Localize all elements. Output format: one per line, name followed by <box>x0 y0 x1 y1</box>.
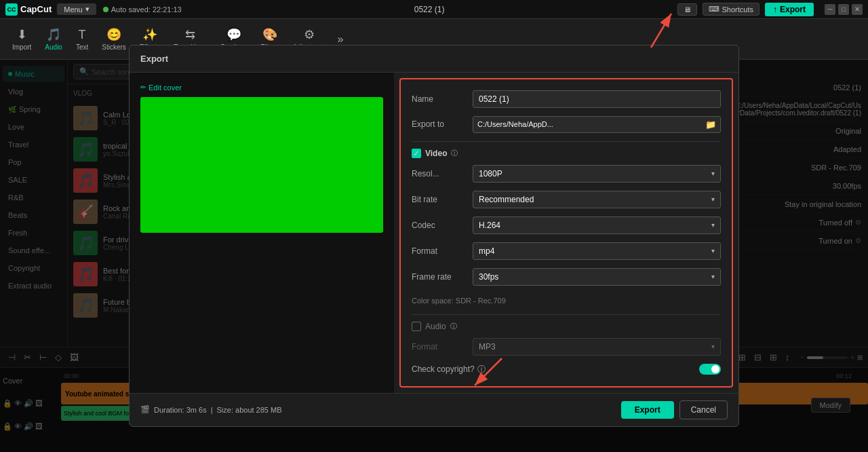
form-row-framerate: Frame rate 30fps ▾ <box>412 268 721 286</box>
window-controls: ─ □ ✕ <box>825 4 863 15</box>
text-icon: T <box>79 28 86 42</box>
film-icon: 🎬 <box>140 405 150 414</box>
app-logo: CC CapCut <box>5 3 52 16</box>
export-button-top[interactable]: ↑ Export <box>765 3 814 16</box>
maximize-button[interactable]: □ <box>838 4 849 15</box>
footer-buttons: Export Cancel <box>621 400 728 419</box>
top-bar: CC CapCut Menu ▾ Auto saved: 22:21:13 05… <box>0 0 868 19</box>
duration-info: 🎬 Duration: 3m 6s | Size: about 285 MB <box>140 405 282 414</box>
monitor-button[interactable]: 🖥 <box>677 3 697 16</box>
autosave-dot <box>103 7 108 12</box>
logo-icon: CC <box>5 3 18 16</box>
audio-info-icon: ⓘ <box>450 322 457 331</box>
filters-icon: 🎨 <box>262 27 277 42</box>
export-icon: ↑ <box>773 5 777 14</box>
codec-dropdown-arrow: ▾ <box>711 221 715 229</box>
resolution-dropdown[interactable]: 1080P ▾ <box>473 165 721 183</box>
folder-icon[interactable]: 📁 <box>701 117 720 132</box>
transitions-icon: ⇆ <box>185 27 195 42</box>
audio-checkbox[interactable] <box>412 322 421 331</box>
export-form: Name Export to 📁 ✓ <box>399 78 733 388</box>
form-divider-2 <box>412 314 721 315</box>
form-row-audio-format: Format MP3 ▾ <box>412 338 721 356</box>
import-icon: ⬇ <box>17 27 27 42</box>
audio-icon: 🎵 <box>46 27 61 42</box>
form-row-format: Format mp4 ▾ <box>412 242 721 260</box>
modal-overlay: Export ✏ Edit cover Name <box>0 60 868 452</box>
video-info-icon: ⓘ <box>451 149 458 158</box>
bitrate-dropdown[interactable]: Recommended ▾ <box>473 191 721 208</box>
format-dropdown[interactable]: mp4 ▾ <box>473 242 721 260</box>
autosave-indicator: Auto saved: 22:21:13 <box>103 5 182 14</box>
copyright-info-icon: ⓘ <box>477 364 486 375</box>
color-space-info: Color space: SDR - Rec.709 <box>412 294 721 307</box>
bitrate-dropdown-arrow: ▾ <box>711 195 715 203</box>
main-area: Music Vlog 🌿 Spring Love Travel Pop SALE… <box>0 60 868 452</box>
form-row-export-path: Export to 📁 <box>412 116 721 133</box>
form-row-name: Name <box>412 90 721 108</box>
codec-dropdown[interactable]: H.264 ▾ <box>473 216 721 234</box>
video-preview <box>140 97 383 233</box>
effects-icon: ✨ <box>142 27 157 42</box>
form-row-bitrate: Bit rate Recommended ▾ <box>412 191 721 208</box>
keyboard-icon: ⌨ <box>709 5 719 14</box>
framerate-dropdown[interactable]: 30fps ▾ <box>473 268 721 286</box>
toggle-knob <box>711 365 719 373</box>
export-modal: Export ✏ Edit cover Name <box>129 45 739 427</box>
resolution-dropdown-arrow: ▾ <box>711 170 715 177</box>
edit-cover-icon: ✏ <box>140 83 146 91</box>
form-row-codec: Codec H.264 ▾ <box>412 216 721 234</box>
shortcuts-button[interactable]: ⌨ Shortcuts <box>703 3 760 16</box>
close-button[interactable]: ✕ <box>852 4 863 15</box>
minimize-button[interactable]: ─ <box>825 4 835 15</box>
copyright-toggle[interactable] <box>699 364 721 375</box>
stickers-icon: 😊 <box>106 27 121 42</box>
video-checkbox[interactable]: ✓ <box>412 149 421 158</box>
form-row-resolution: Resol... 1080P ▾ <box>412 165 721 183</box>
modal-header: Export <box>130 45 738 73</box>
modal-preview-area: ✏ Edit cover <box>130 73 394 393</box>
project-title: 0522 (1) <box>182 5 677 14</box>
tool-text[interactable]: T Text <box>69 25 95 54</box>
framerate-dropdown-arrow: ▾ <box>711 273 715 280</box>
audio-format-dropdown[interactable]: MP3 ▾ <box>473 338 721 356</box>
form-divider-1 <box>412 141 721 142</box>
name-input[interactable] <box>473 90 721 108</box>
tool-import[interactable]: ⬇ Import <box>5 24 38 54</box>
video-section-header: ✓ Video ⓘ <box>412 149 721 158</box>
modal-footer: 🎬 Duration: 3m 6s | Size: about 285 MB E… <box>130 393 738 426</box>
cancel-button[interactable]: Cancel <box>679 400 728 419</box>
captions-icon: 💬 <box>226 27 241 42</box>
audio-format-dropdown-arrow: ▾ <box>711 343 715 350</box>
audio-section-header: Audio ⓘ <box>412 322 721 331</box>
copyright-row: Check copyright? ⓘ <box>412 364 721 375</box>
edit-cover-button[interactable]: ✏ Edit cover <box>140 83 383 92</box>
export-button[interactable]: Export <box>621 401 674 419</box>
tool-audio[interactable]: 🎵 Audio <box>38 24 69 54</box>
top-right-controls: 🖥 ⌨ Shortcuts ↑ Export ─ □ ✕ <box>677 3 863 16</box>
adjustment-icon: ⚙ <box>304 27 315 42</box>
format-dropdown-arrow: ▾ <box>711 247 715 255</box>
copyright-text: Check copyright? ⓘ <box>412 364 486 375</box>
export-path-input[interactable] <box>473 117 701 131</box>
modal-body: ✏ Edit cover Name Export to <box>130 73 738 393</box>
tool-stickers[interactable]: 😊 Stickers <box>95 24 133 54</box>
menu-button[interactable]: Menu ▾ <box>57 3 96 15</box>
export-path-field[interactable]: 📁 <box>473 116 721 133</box>
